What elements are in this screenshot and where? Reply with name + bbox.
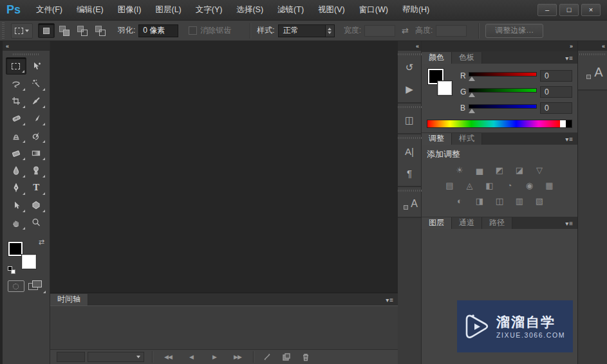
spectrum-black-swatch[interactable] xyxy=(566,120,572,127)
tool-magic-wand[interactable] xyxy=(26,75,47,92)
timeline-content[interactable] xyxy=(50,305,398,349)
character-styles-dock-button[interactable]: A xyxy=(578,57,607,87)
default-colors-icon[interactable] xyxy=(8,266,15,274)
tool-gradient[interactable] xyxy=(26,144,47,161)
b-value-input[interactable]: 0 xyxy=(540,102,572,114)
subtract-from-selection-button[interactable] xyxy=(74,23,91,38)
dock-collapse-strip-right[interactable]: » xyxy=(422,41,577,51)
photo-filter-icon[interactable]: ◔ xyxy=(501,179,518,192)
intersect-selection-button[interactable] xyxy=(92,23,109,38)
character-panel-button[interactable]: A| xyxy=(398,140,421,162)
height-input[interactable] xyxy=(436,25,467,37)
color-spectrum-bar[interactable] xyxy=(427,120,572,128)
r-value-input[interactable]: 0 xyxy=(540,70,572,82)
far-dock-collapse-strip[interactable]: « xyxy=(578,41,607,51)
swap-colors-icon[interactable]: ⇄ xyxy=(39,238,44,246)
tool-history-brush[interactable] xyxy=(26,127,47,144)
menu-help[interactable]: 帮助(H) xyxy=(395,0,436,20)
black-white-icon[interactable]: ◧ xyxy=(481,179,498,192)
menu-type[interactable]: 文字(Y) xyxy=(189,0,230,20)
tab-timeline[interactable]: 时间轴 xyxy=(50,294,88,305)
menu-select[interactable]: 选择(S) xyxy=(229,0,270,20)
adjustments-panel-menu-icon[interactable]: ▾≡ xyxy=(561,133,577,145)
tab-styles[interactable]: 样式 xyxy=(452,133,482,145)
posterize-icon[interactable]: ◨ xyxy=(471,195,488,207)
layers-panel-menu-icon[interactable]: ▾≡ xyxy=(561,217,577,229)
tool-hand[interactable] xyxy=(6,214,26,231)
play-button[interactable]: ▶ xyxy=(203,354,226,360)
menu-edit[interactable]: 编辑(E) xyxy=(70,0,111,20)
tool-move[interactable] xyxy=(26,57,47,75)
tool-brush[interactable] xyxy=(26,109,47,127)
tab-channels[interactable]: 通道 xyxy=(452,217,482,229)
actions-panel-button[interactable]: ▶ xyxy=(398,78,421,100)
color-lookup-icon[interactable]: ▦ xyxy=(541,179,558,192)
maximize-button[interactable]: □ xyxy=(559,4,579,16)
timeline-panel-menu-icon[interactable]: ▾≡ xyxy=(382,294,398,305)
tab-swatches[interactable]: 色板 xyxy=(452,52,482,64)
levels-icon[interactable]: ▅ xyxy=(471,164,488,176)
curves-icon[interactable]: ◩ xyxy=(491,164,508,176)
paragraph-panel-button[interactable]: ¶ xyxy=(398,162,421,184)
delete-frame-button[interactable] xyxy=(296,352,315,361)
tool-crop[interactable] xyxy=(6,92,26,109)
duplicate-frame-button[interactable] xyxy=(277,352,296,361)
screen-mode-button[interactable] xyxy=(28,280,44,292)
width-input[interactable] xyxy=(364,25,395,37)
next-frame-button[interactable]: ▶▶ xyxy=(226,354,249,360)
spectrum-gradient[interactable] xyxy=(427,120,560,127)
invert-icon[interactable]: ◐ xyxy=(451,195,468,207)
r-slider-thumb[interactable] xyxy=(469,77,475,81)
tab-paths[interactable]: 路径 xyxy=(482,217,512,229)
tool-preset-picker[interactable] xyxy=(11,23,33,39)
tool-path-selection[interactable] xyxy=(6,196,26,214)
tab-color[interactable]: 颜色 xyxy=(422,52,452,64)
feather-input[interactable]: 0 像素 xyxy=(138,24,178,37)
vibrance-icon[interactable]: ▽ xyxy=(531,164,548,176)
menu-view[interactable]: 视图(V) xyxy=(311,0,352,20)
style-dropdown[interactable]: 正常 xyxy=(278,24,335,37)
timeline-options-dropdown[interactable] xyxy=(88,352,144,362)
add-to-selection-button[interactable] xyxy=(56,23,73,38)
tab-adjustments[interactable]: 调整 xyxy=(422,133,452,145)
exposure-icon[interactable]: ◪ xyxy=(511,164,528,176)
menu-filter[interactable]: 滤镜(T) xyxy=(270,0,311,20)
tool-pen[interactable] xyxy=(6,179,26,196)
antialias-checkbox[interactable] xyxy=(189,26,197,35)
tool-blur[interactable] xyxy=(6,161,26,179)
tool-spot-healing[interactable] xyxy=(6,109,26,127)
tool-custom-shape[interactable] xyxy=(26,196,47,214)
tool-type[interactable]: T xyxy=(26,179,47,196)
close-button[interactable]: × xyxy=(581,4,601,16)
brightness-contrast-icon[interactable]: ☀ xyxy=(451,164,468,176)
tool-eyedropper[interactable] xyxy=(26,92,47,109)
tween-button[interactable] xyxy=(257,352,277,361)
menu-image[interactable]: 图像(I) xyxy=(111,0,149,20)
tool-zoom[interactable] xyxy=(26,214,47,231)
properties-panel-button[interactable]: ◫ xyxy=(398,109,421,131)
gradient-map-icon[interactable]: ▥ xyxy=(511,195,528,207)
tool-clone-stamp[interactable] xyxy=(6,127,26,144)
canvas-pasteboard[interactable] xyxy=(50,41,398,293)
threshold-icon[interactable]: ◫ xyxy=(491,195,508,207)
background-color-swatch[interactable] xyxy=(22,255,36,269)
panel-background-swatch[interactable] xyxy=(438,81,452,95)
character-styles-panel-button[interactable]: A xyxy=(398,193,421,215)
g-slider-thumb[interactable] xyxy=(469,93,475,97)
history-panel-button[interactable]: ↺ xyxy=(398,57,421,78)
refine-edge-button[interactable]: 调整边缘… xyxy=(485,24,543,38)
tool-eraser[interactable] xyxy=(6,144,26,161)
menu-window[interactable]: 窗口(W) xyxy=(352,0,395,20)
color-balance-icon[interactable]: ◬ xyxy=(462,179,478,192)
tool-lasso[interactable] xyxy=(6,75,26,92)
color-panel-menu-icon[interactable]: ▾≡ xyxy=(561,52,577,64)
tool-dodge[interactable] xyxy=(26,161,47,179)
tools-collapse-strip[interactable]: « xyxy=(3,41,50,51)
b-slider-thumb[interactable] xyxy=(469,109,475,113)
g-value-input[interactable]: 0 xyxy=(540,86,572,98)
minimize-button[interactable]: – xyxy=(537,4,557,16)
dock-collapse-strip[interactable]: « xyxy=(398,41,421,51)
swap-dimensions-icon[interactable]: ⇄ xyxy=(402,26,409,35)
quick-mask-button[interactable] xyxy=(8,280,24,292)
spectrum-white-swatch[interactable] xyxy=(560,120,566,127)
